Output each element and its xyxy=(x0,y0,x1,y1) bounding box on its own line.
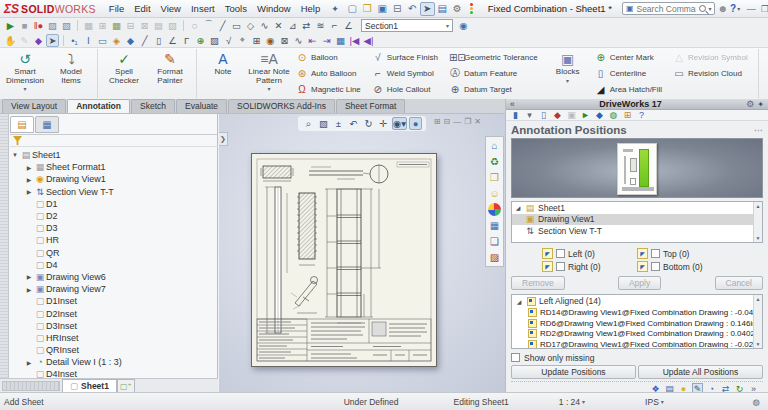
scale-selector[interactable]: 1 : 24 ▾ xyxy=(559,397,585,407)
compare-icon[interactable]: ▨ xyxy=(488,251,501,264)
sketch-trim-icon[interactable]: ⊿ xyxy=(286,19,299,32)
windows-icon[interactable]: ❏ xyxy=(488,235,501,248)
separator[interactable] xyxy=(77,20,78,31)
tree-item[interactable]: ▶ ▣ Drawing View7 xyxy=(10,283,216,295)
help-button[interactable]: ? xyxy=(730,2,736,16)
sketch-polygon-icon[interactable]: ◇ xyxy=(244,19,257,32)
Weld Symbol[interactable]: ⌐ Weld Symbol xyxy=(368,65,445,81)
search-commands-box[interactable]: ▣ ▾ xyxy=(622,2,716,15)
section-eye-icon[interactable]: ◉ xyxy=(457,19,470,32)
globe-icon[interactable]: ◍ xyxy=(753,397,760,407)
sketch-fillet-icon[interactable]: ⌐ xyxy=(328,19,341,32)
cascade-icon[interactable]: ⊞ xyxy=(434,117,441,126)
sketch-line-icon[interactable]: ╱ xyxy=(216,19,229,32)
Model Items[interactable]: ⤵ Model Items xyxy=(48,49,94,98)
sketch-offset-icon[interactable]: ≋ xyxy=(314,19,327,32)
macro-stop-icon[interactable]: ■ xyxy=(18,19,31,32)
image-tool-icon[interactable]: ▦ xyxy=(82,19,95,32)
Surface Finish[interactable]: √ Surface Finish xyxy=(368,49,445,65)
data-table-icon[interactable]: ⊞ xyxy=(622,110,633,120)
spline-icon[interactable]: ∿ xyxy=(292,34,305,47)
zoom-fit-icon[interactable]: ⌕ xyxy=(302,117,315,130)
tree-item[interactable]: ▢ D4 xyxy=(10,259,216,271)
project-dropdown-icon[interactable]: ▾ xyxy=(524,110,535,120)
weld-icon[interactable]: √ xyxy=(222,34,235,47)
project-icon[interactable]: ▮ xyxy=(510,110,521,120)
section-dropdown[interactable]: Section1 ▾ xyxy=(361,19,453,32)
sketch-circle-icon[interactable]: ◌ xyxy=(188,19,201,32)
sheet-tab-sheet1[interactable]: ▢ Sheet1 xyxy=(62,379,117,392)
Centerline[interactable]: ▯ Centerline xyxy=(591,65,669,81)
scale-dropdown-icon[interactable]: ▾ xyxy=(582,398,585,405)
tree-expander-icon[interactable]: ▶ xyxy=(24,188,34,195)
sheet-tabs-scroll[interactable] xyxy=(2,381,60,391)
Datum Target[interactable]: ⊕ Datum Target xyxy=(445,82,545,98)
view-tree-scrollbar[interactable]: ▲▼ xyxy=(753,202,762,242)
alignment-checkbox[interactable] xyxy=(651,262,660,271)
tree-item[interactable]: ▶ ▣ Drawing View6 xyxy=(10,271,216,283)
help-dropdown-icon[interactable]: ▾ xyxy=(737,5,740,12)
security-icon[interactable]: ◆ xyxy=(594,110,605,120)
arrow-left-icon[interactable]: ⇤ xyxy=(306,34,319,47)
Auto Balloon[interactable]: ⊛ Auto Balloon xyxy=(292,65,368,81)
alignment-checkbox[interactable] xyxy=(556,249,565,258)
recycle-icon[interactable]: ♻ xyxy=(488,155,501,168)
tree-item[interactable]: ▼ ▤ Sheet1 xyxy=(10,149,216,161)
section-dropdown-arrow[interactable]: ▾ xyxy=(446,22,449,29)
user-account-icon[interactable]: ☻ xyxy=(717,2,728,16)
section-grip[interactable]: ⋯ xyxy=(754,126,763,135)
close-project-icon[interactable]: ◆ xyxy=(552,110,563,120)
Blocks[interactable]: ▣ Blocks ▾ xyxy=(545,49,591,98)
SOLIDWORKS Add-Ins[interactable]: SOLIDWORKS Add-Ins xyxy=(228,99,335,113)
Annotation[interactable]: Annotation xyxy=(67,99,130,113)
tree-expander-icon[interactable]: ▼ xyxy=(10,152,20,158)
menu-item[interactable]: File xyxy=(104,3,129,14)
hatch-icon[interactable]: ▨ xyxy=(208,34,221,47)
dimension-icon[interactable]: •₁ xyxy=(68,34,81,47)
line-icon[interactable]: ╱ xyxy=(138,34,151,47)
copy-project-icon[interactable]: ▯ xyxy=(538,110,549,120)
cancel-button[interactable]: Cancel xyxy=(715,276,763,290)
image-tool-icon[interactable]: ⊞ xyxy=(96,19,109,32)
web-icon[interactable]: ◍ xyxy=(608,110,619,120)
previous-view-icon[interactable]: ↶ xyxy=(347,117,360,130)
pin-left-icon[interactable]: |◀ xyxy=(348,34,361,47)
Sheet Format[interactable]: Sheet Format xyxy=(336,99,406,113)
tree-expander-icon[interactable]: ▶ xyxy=(24,164,34,171)
Sketch[interactable]: Sketch xyxy=(131,99,175,113)
tree-expander-icon[interactable]: ▶ xyxy=(24,359,34,366)
view-icon[interactable]: ▯ xyxy=(152,34,165,47)
block-icon[interactable]: ◆ xyxy=(124,34,137,47)
design-library-icon[interactable]: ❐ xyxy=(488,171,501,184)
restore-button[interactable]: ❐ xyxy=(758,2,768,15)
table-icon[interactable]: ⊞ xyxy=(250,34,263,47)
home-icon[interactable]: ⌂ xyxy=(488,139,501,152)
save-icon[interactable]: ▣ xyxy=(566,110,577,120)
pin-menu-icon[interactable]: ✦ xyxy=(331,4,339,14)
view-tree-row[interactable]: ◢ ▤ Sheet1 xyxy=(512,202,762,214)
Area Hatch/Fill[interactable]: ◢ Area Hatch/Fill xyxy=(591,82,669,98)
traffic-light-icon[interactable] xyxy=(470,3,473,14)
custom-properties-icon[interactable]: ☺ xyxy=(488,187,501,200)
undo-icon[interactable]: ↶ xyxy=(405,2,420,16)
update-all-positions-button[interactable]: Update All Positions xyxy=(638,365,763,379)
display-style-icon[interactable]: ◉▾ xyxy=(392,117,407,130)
zoom-inout-icon[interactable]: ± xyxy=(332,117,345,130)
annotation-list-item[interactable]: RD2@Drawing View1@Fixed Combination Draw… xyxy=(512,329,762,340)
panel-gear-icon[interactable]: ⚙ xyxy=(746,99,754,109)
Linear Note Pattern[interactable]: ≡A Linear Note Pattern ▾ xyxy=(246,49,292,98)
Hole Callout[interactable]: ⊘ Hole Callout xyxy=(368,82,445,98)
ribbon-item-dropdown-arrow[interactable]: ▾ xyxy=(23,85,26,94)
Balloon[interactable]: ⊙ Balloon xyxy=(292,49,368,65)
filter-funnel-icon[interactable] xyxy=(13,136,22,145)
tree-item[interactable]: ▢ D2Inset xyxy=(10,307,216,319)
tree-item[interactable]: ▢ D3Inset xyxy=(10,320,216,332)
View Layout[interactable]: View Layout xyxy=(2,99,66,113)
angle-icon[interactable]: ∠ xyxy=(166,34,179,47)
tree-item[interactable]: ▶ ▦ Sheet Format1 xyxy=(10,161,216,173)
balloon-icon[interactable]: ◈ xyxy=(110,34,123,47)
search-input[interactable] xyxy=(636,4,696,14)
Datum Feature[interactable]: Ⓐ Datum Feature xyxy=(445,65,545,81)
tree-item[interactable]: ▢ HRInset xyxy=(10,332,216,344)
annotation-list-item[interactable]: RD6@Drawing View1@Fixed Combination Draw… xyxy=(512,318,762,329)
